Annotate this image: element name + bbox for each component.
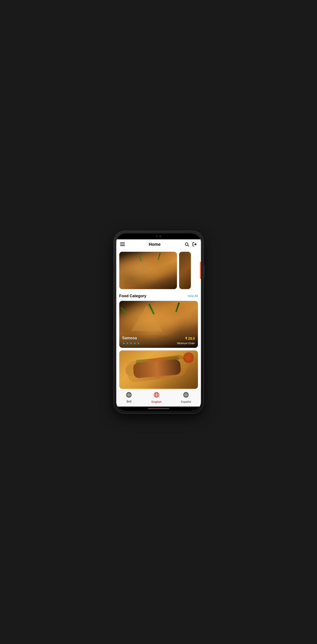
accent-bar: [200, 262, 201, 279]
notch-bar: [116, 234, 201, 239]
samosa-chili-1: [148, 303, 155, 314]
section-header: Food Category View All: [119, 294, 198, 298]
hero-section: [116, 250, 201, 291]
hero-card-main[interactable]: [119, 252, 177, 289]
chili-2: [158, 252, 161, 260]
samosa-card-image: Samosa ★ ★ ★ ★ ★ ₹ 28.0 Minimum Order: [119, 301, 198, 348]
camera-dot-left: [156, 236, 158, 237]
header-icons: [184, 242, 197, 246]
phone-frame: Home: [114, 231, 203, 414]
nav-item-espanol[interactable]: Español: [181, 392, 191, 403]
card-overlay: Samosa ★ ★ ★ ★ ★ ₹ 28.0 Minimum Order: [119, 334, 198, 348]
star-4: ★: [133, 341, 136, 345]
globe-icon-english: [153, 392, 159, 399]
spring-roll-product-card[interactable]: [119, 350, 198, 389]
camera-dot-main: [159, 235, 161, 238]
spring-roll-image: [119, 350, 198, 389]
app-content: Food Category View All Samosa: [116, 250, 201, 390]
spring-roll-filling: [136, 356, 180, 376]
menu-icon[interactable]: [120, 242, 125, 246]
samosa-min-order: Minimum Order: [177, 342, 195, 345]
page-title: Home: [149, 242, 161, 247]
search-button[interactable]: [184, 242, 189, 246]
hero-samosa-image: [119, 252, 177, 289]
star-3: ★: [130, 341, 133, 345]
logout-button[interactable]: [192, 242, 197, 246]
sauce-bowl: [183, 352, 194, 363]
english-label: English: [152, 400, 162, 403]
hero-card-peek: [179, 252, 191, 289]
home-indicator[interactable]: [148, 408, 169, 409]
section-title: Food Category: [119, 294, 146, 298]
notch: [146, 234, 171, 238]
app-header: Home: [116, 239, 201, 250]
peek-image: [179, 252, 191, 289]
nav-item-english[interactable]: English: [152, 392, 162, 403]
hindi-label: हिन्दी: [127, 400, 131, 404]
category-section: Food Category View All Samosa: [116, 291, 201, 390]
view-all-link[interactable]: View All: [187, 294, 198, 298]
star-5: ★: [137, 341, 140, 345]
chili-1: [138, 254, 142, 262]
bottom-nav: हिन्दी English: [116, 390, 201, 406]
spring-roll-wrap: [125, 358, 189, 376]
home-bar: [116, 406, 201, 411]
globe-icon-hindi: [126, 392, 132, 399]
samosa-name: Samosa: [122, 336, 137, 340]
espanol-label: Español: [181, 400, 191, 403]
globe-icon-espanol: [183, 392, 189, 399]
samosa-product-card[interactable]: Samosa ★ ★ ★ ★ ★ ₹ 28.0 Minimum Order: [119, 301, 198, 348]
svg-line-1: [188, 245, 189, 246]
nav-item-hindi[interactable]: हिन्दी: [126, 392, 132, 404]
star-2: ★: [126, 341, 129, 345]
samosa-chili-3: [120, 307, 127, 315]
samosa-chili-2: [175, 302, 180, 312]
star-1: ★: [122, 341, 125, 345]
samosa-price: ₹ 28.0: [185, 336, 195, 340]
phone-screen: Home: [116, 234, 201, 411]
